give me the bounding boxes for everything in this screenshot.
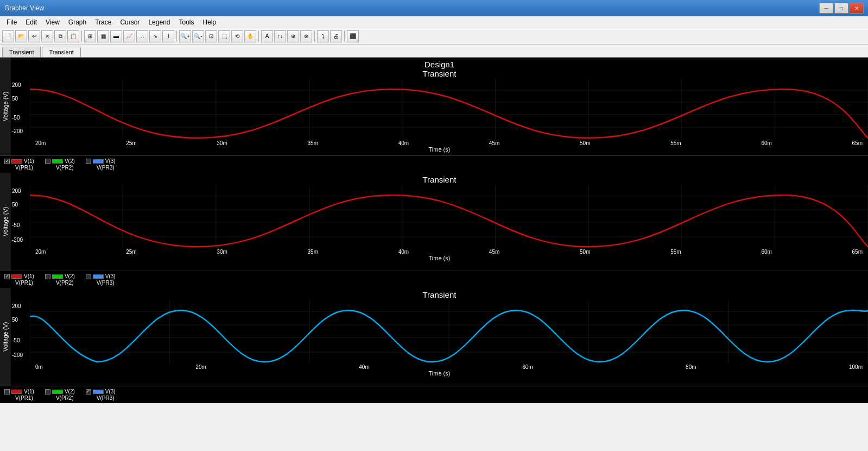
graph-title-3: Transient [11,288,868,300]
zoom-prev-button[interactable]: ⟲ [231,30,243,42]
graph-area-3[interactable]: Transient 200 50 -50 -200 [11,288,868,386]
x-axis-title-2: Time (s) [429,255,451,261]
legend-check-v1-1[interactable]: ✓ [4,159,10,164]
legend-item-v1-2: ✓ V(1) V(PR1) [4,273,34,286]
grid-button[interactable]: ⊞ [84,30,96,42]
tab-transient-2[interactable]: Transient [42,47,80,57]
wave2-button[interactable]: ⌇ [162,30,174,42]
x-axis-title-1: Time (s) [429,146,451,153]
menu-cursor[interactable]: Cursor [116,17,144,27]
graph-section-1: Voltage (V) Design1 Transient 200 50 -50… [0,58,868,173]
legend-color-v2-3 [52,390,63,394]
menu-help[interactable]: Help [199,17,221,27]
legend-color-v3-3 [93,390,104,394]
graph-wrapper-1: Voltage (V) Design1 Transient 200 50 -50… [0,58,868,155]
zoom-in-button[interactable]: 🔍+ [179,30,191,42]
zoom-region-button[interactable]: ⬚ [218,30,230,42]
zoom-out-button[interactable]: 🔍- [192,30,204,42]
x-axis-3: 0m 20m 40m 60m 80m 100m Time (s) [11,363,868,379]
tabs-bar: Transient Transient [0,45,868,58]
graph-wrapper-2: Voltage (V) Transient 200 50 -50 -200 [0,173,868,271]
open-button[interactable]: 📂 [15,30,27,42]
copy-button[interactable]: ⧉ [54,30,66,42]
menu-bar: File Edit View Graph Trace Cursor Legend… [0,16,868,28]
tab-transient-1[interactable]: Transient [2,47,41,57]
legend-check-v3-1[interactable] [86,159,91,164]
legend-color-v1-2 [11,274,22,279]
marker-button[interactable]: ↑↓ [274,30,286,42]
toolbar-sep3 [258,31,259,42]
toolbar-sep4 [314,31,315,42]
legend-check-v3-2[interactable] [86,274,91,279]
legend-check-v1-3[interactable] [4,389,10,394]
graph-title-2: Transient [11,173,868,185]
menu-view[interactable]: View [41,17,64,27]
legend-item-v3-2: V(3) V(PR3) [86,273,116,286]
menu-tools[interactable]: Tools [174,17,198,27]
window-title: Grapher View [4,4,44,12]
menu-edit[interactable]: Edit [21,17,41,27]
x-axis-1: 20m 25m 30m 35m 40m 45m 50m 55m 60m 65m … [11,139,868,155]
x-axis-2: 20m 25m 30m 35m 40m 45m 50m 55m 60m 65m … [11,248,868,264]
y-axis-label-1: Voltage (V) [0,58,11,155]
graph-area-1[interactable]: Design1 Transient 200 50 -50 -200 [11,58,868,155]
legend-color-v3-2 [93,274,104,279]
toolbar-sep1 [81,31,82,42]
text-button[interactable]: A [261,30,273,42]
legend-color-v1-3 [11,390,22,394]
toolbar: 📄 📂 ↩ ✕ ⧉ 📋 ⊞ ▦ ▬ 📈 ∴ ∿ ⌇ 🔍+ 🔍- ⊡ ⬚ ⟲ ✋ … [0,28,868,45]
menu-legend[interactable]: Legend [144,17,174,27]
title-bar-buttons: ─ □ ✕ [819,3,864,14]
paste-button[interactable]: 📋 [67,30,79,42]
legend-check-v3-3[interactable]: ✓ [86,389,91,394]
pan-button[interactable]: ✋ [244,30,256,42]
delete-button[interactable]: ✕ [41,30,53,42]
export-button[interactable]: ⤵ [317,30,329,42]
graph-wrapper-3: Voltage (V) Transient 200 50 -50 -200 [0,288,868,386]
legend-color-v3-1 [93,159,104,164]
stop-button[interactable]: ⬛ [347,30,359,42]
legend-check-v2-1[interactable] [45,159,50,164]
legend-item-v1-3: V(1) V(PR1) [4,389,34,401]
legend-check-v2-2[interactable] [45,274,50,279]
main-content: Voltage (V) Design1 Transient 200 50 -50… [0,58,868,451]
legend-check-v1-2[interactable]: ✓ [4,274,10,279]
graph-title-1: Design1 Transient [11,58,868,79]
graph-area-2[interactable]: Transient 200 50 -50 -200 [11,173,868,271]
x-ticks-2: 20m 25m 30m 35m 40m 45m 50m 55m 60m 65m [14,249,865,255]
cursor1-button[interactable]: ⊕ [287,30,299,42]
legend-check-v2-3[interactable] [45,389,50,394]
menu-file[interactable]: File [2,17,21,27]
legend-color-v2-2 [52,274,63,279]
x-ticks-3: 0m 20m 40m 60m 80m 100m [14,364,865,370]
title-bar: Grapher View ─ □ ✕ [0,0,868,16]
legend-item-v3-1: V(3) V(PR3) [86,158,116,171]
y-axis-label-2: Voltage (V) [0,173,11,271]
maximize-button[interactable]: □ [834,3,848,14]
print-button[interactable]: 🖨 [330,30,342,42]
undo-button[interactable]: ↩ [28,30,40,42]
legend-2: ✓ V(1) V(PR1) V(2) V(PR2) V(3) [0,271,868,288]
zoom-fit-button[interactable]: ⊡ [205,30,217,42]
minimize-button[interactable]: ─ [819,3,833,14]
cursor2-button[interactable]: ⊗ [300,30,312,42]
legend-3: V(1) V(PR1) V(2) V(PR2) ✓ V(3) V(PR3) [0,386,868,403]
close-button[interactable]: ✕ [850,3,864,14]
new-button[interactable]: 📄 [2,30,14,42]
toolbar-sep5 [344,31,345,42]
x-axis-title-3: Time (s) [429,370,451,377]
legend-1: ✓ V(1) V(PR1) V(2) V(PR2) V(3) [0,155,868,173]
chart-button[interactable]: ▦ [97,30,109,42]
legend-color-v1-1 [11,159,22,164]
line-chart-button[interactable]: 📈 [123,30,135,42]
legend-color-v2-1 [52,159,63,164]
legend-item-v2-2: V(2) V(PR2) [45,273,75,286]
scatter-button[interactable]: ∴ [136,30,148,42]
bar-chart-button[interactable]: ▬ [110,30,122,42]
legend-item-v2-3: V(2) V(PR2) [45,389,75,401]
wave-button[interactable]: ∿ [149,30,161,42]
menu-trace[interactable]: Trace [91,17,116,27]
menu-graph[interactable]: Graph [64,17,91,27]
x-ticks-1: 20m 25m 30m 35m 40m 45m 50m 55m 60m 65m [14,140,865,146]
graph-section-3: Voltage (V) Transient 200 50 -50 -200 [0,288,868,403]
